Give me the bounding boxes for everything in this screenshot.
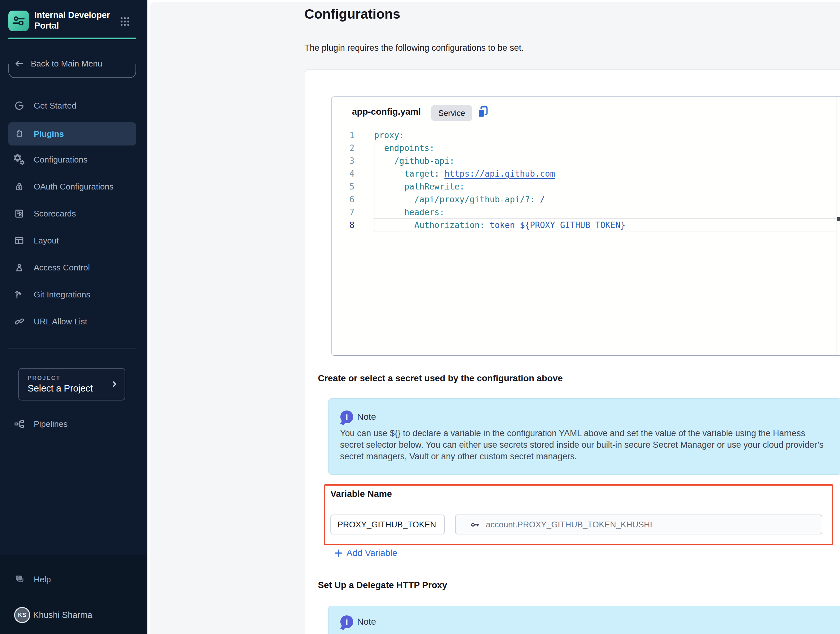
sidebar-item-label: Git Integrations [34,283,90,306]
sidebar-item-label: OAuth Configurations [34,175,114,198]
sidebar-item-get-started[interactable]: Get Started [8,94,136,117]
service-badge: Service [431,105,472,121]
info-icon: i [340,411,353,423]
sliders-logo-icon [11,14,26,28]
code-token [374,194,414,204]
code-line[interactable]: headers: [374,206,837,219]
link-icon [14,316,25,327]
add-variable-label: Add Variable [346,548,397,558]
sidebar-divider [8,348,136,348]
editor-filename: app-config.yaml [352,107,421,117]
scrollbar-thumb[interactable] [837,217,840,221]
sidebar-item-pipelines[interactable]: Pipelines [8,413,136,435]
sidebar-item-label: Help [34,568,51,591]
sidebar-item-label: Pipelines [34,413,68,435]
note-callout-bottom: i Note [328,606,840,634]
chevron-right-icon [109,379,120,389]
add-variable-button[interactable]: Add Variable [334,547,397,560]
sidebar-item-label: Layout [34,229,59,252]
code-token [485,220,489,230]
sidebar: Internal Developer Portal Back to Main M… [0,0,147,634]
project-eyebrow: PROJECT [28,375,61,381]
puzzle-icon [14,128,25,140]
sidebar-item-git-integrations[interactable]: Git Integrations [8,283,136,306]
code-gutter: 12345678 [332,129,355,354]
sidebar-item-configurations[interactable]: Configurations [8,148,136,171]
sidebar-item-label: Get Started [34,94,76,117]
code-line[interactable]: endpoints: [374,142,837,155]
sidebar-item-oauth-configurations[interactable]: OAuth Configurations [8,175,136,198]
branch-arrows-icon [14,289,25,300]
code-token [374,143,384,153]
code-line[interactable]: Authorization: token ${PROXY_GITHUB_TOKE… [374,219,837,232]
line-number: 4 [332,168,355,180]
gears-icon [14,154,25,165]
sidebar-item-label: Access Control [34,256,90,279]
page-title: Configurations [305,6,400,22]
code-line[interactable]: /api/proxy/github-api/?: / [374,193,837,206]
secret-section-heading: Create or select a secret used by the co… [318,373,562,384]
lock-icon [14,181,25,192]
person-icon [14,262,25,274]
main-content: Configurations The plugin requires the f… [147,0,840,634]
line-number: 8 [332,219,355,232]
line-number: 6 [332,193,355,206]
yaml-code-editor[interactable]: app-config.yaml Service 12345678 proxy: … [331,96,840,356]
code-line[interactable]: target: https://api.github.com [374,168,837,180]
code-line[interactable]: /github-api: [374,155,837,168]
code-token [535,194,540,204]
code-token [374,169,404,179]
code-token: proxy: [374,130,404,140]
get-started-icon [14,100,25,111]
code-line[interactable]: pathRewrite: [374,180,837,193]
line-number: 1 [332,129,355,142]
code-token: headers: [404,207,444,217]
layout-icon [14,235,25,246]
info-icon: i [340,615,353,628]
code-token: target: [404,169,440,179]
note-callout: i Note You can use ${} to declare a vari… [328,398,840,475]
code-line[interactable]: proxy: [374,129,837,142]
code-token: /api/proxy/github-api/?: [414,194,535,204]
sidebar-item-label: Scorecards [34,202,76,225]
sidebar-item-layout[interactable]: Layout [8,229,136,252]
note-title: Note [357,615,376,628]
code-token [374,156,394,166]
secret-selector[interactable]: account.PROXY_GITHUB_TOKEN_KHUSHI [455,514,822,534]
code-token: /github-api: [394,156,455,166]
code-lines[interactable]: proxy: endpoints: /github-api: target: h… [374,129,837,354]
sidebar-item-help[interactable]: ? Help [8,568,136,591]
project-selector[interactable]: PROJECT Select a Project [18,368,125,400]
user-avatar[interactable]: KS [14,607,30,623]
sidebar-item-scorecards[interactable]: Scorecards [8,202,136,225]
delegate-section-heading: Set Up a Delegate HTTP Proxy [318,580,447,590]
brand-accent-rule [8,38,136,39]
sidebar-item-plugins[interactable]: Plugins [8,122,136,145]
app-switcher-grid-icon[interactable] [119,16,131,28]
variable-name-input[interactable] [330,514,445,534]
code-token [374,182,404,191]
sidebar-item-url-allow-list[interactable]: URL Allow List [8,310,136,333]
code-token [374,220,414,230]
app-title: Internal Developer Portal [34,10,111,31]
secret-value: account.PROXY_GITHUB_TOKEN_KHUSHI [486,515,652,534]
sidebar-item-label: Configurations [34,148,88,171]
code-token: endpoints: [384,143,434,153]
note-title: Note [357,411,376,423]
copy-icon[interactable] [475,105,490,120]
app-logo [8,11,29,31]
line-number: 2 [332,142,355,155]
help-chat-icon: ? [14,574,25,585]
code-token: Authorization: [414,220,485,230]
sidebar-item-access-control[interactable]: Access Control [8,256,136,279]
code-area[interactable]: 12345678 proxy: endpoints: /github-api: … [332,129,837,354]
variable-name-label: Variable Name [330,489,392,499]
code-link[interactable]: https://api.github.com [444,169,555,179]
note-body: You can use ${} to declare a variable in… [340,427,828,462]
svg-text:?: ? [17,576,20,580]
back-section-divider [8,64,136,78]
line-number: 5 [332,180,355,193]
pipelines-icon [14,418,25,430]
line-number: 7 [332,206,355,219]
user-name[interactable]: Khushi Sharma [33,604,93,627]
